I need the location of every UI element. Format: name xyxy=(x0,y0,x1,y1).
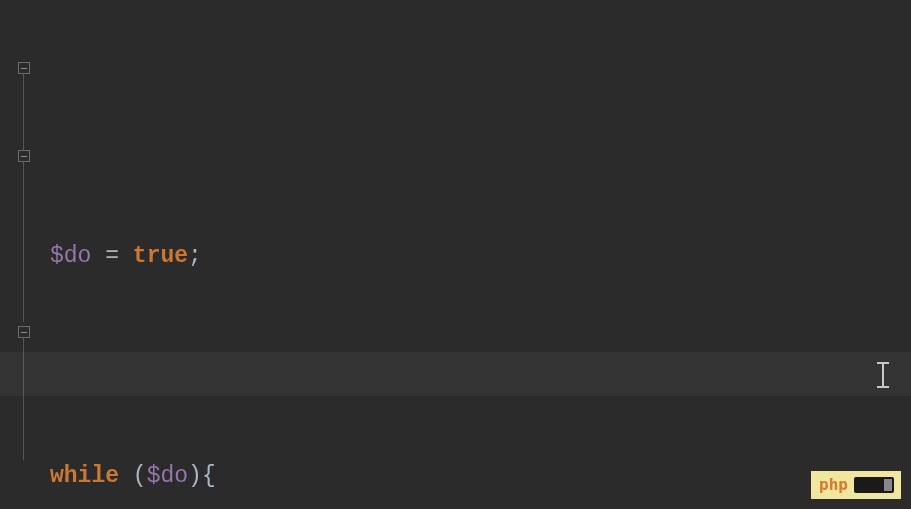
fold-toggle-while[interactable] xyxy=(18,62,30,74)
code-line: $do = true; xyxy=(50,234,911,278)
operator: = xyxy=(105,243,119,269)
fold-toggle-if-empty[interactable] xyxy=(18,150,30,162)
keyword-while: while xyxy=(50,463,119,489)
fold-toggle-if-result[interactable] xyxy=(18,326,30,338)
paren-open: ( xyxy=(133,463,147,489)
watermark-badge: php xyxy=(811,471,901,499)
paren-close: ) xyxy=(188,463,202,489)
brace-open: { xyxy=(202,463,216,489)
code-line: while ($do){ xyxy=(50,454,911,498)
fold-guide xyxy=(23,74,24,162)
variable: $do xyxy=(50,243,91,269)
code-area[interactable]: $do = true; while ($do){ $sql = $redis_o… xyxy=(40,0,911,509)
variable: $do xyxy=(147,463,188,489)
watermark-cn-icon xyxy=(854,477,894,493)
text-cursor-icon xyxy=(877,362,889,388)
code-editor[interactable]: $do = true; while ($do){ $sql = $redis_o… xyxy=(0,0,911,509)
keyword-true: true xyxy=(133,243,188,269)
fold-guide xyxy=(23,162,24,322)
current-line-highlight xyxy=(0,352,911,396)
watermark-text: php xyxy=(811,463,848,507)
gutter xyxy=(0,0,40,509)
semicolon: ; xyxy=(188,243,202,269)
